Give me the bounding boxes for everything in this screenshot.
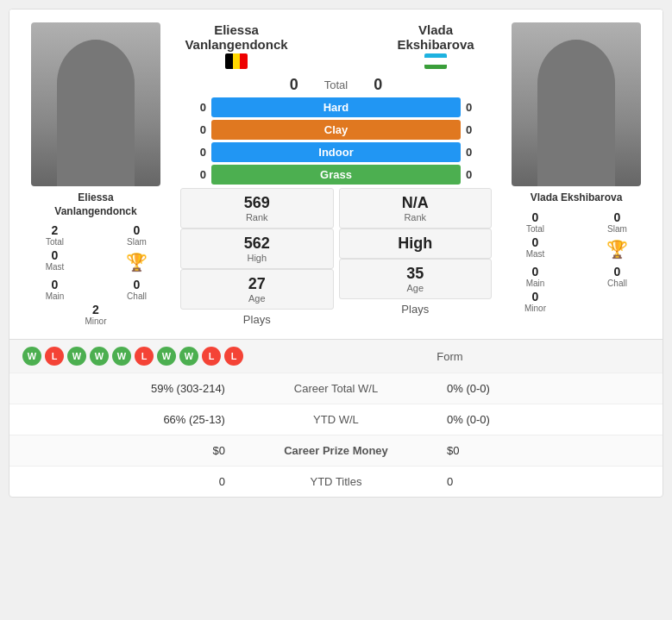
surface-row-indoor: 0 Indoor 0 — [180, 142, 492, 162]
belgium-flag — [225, 53, 248, 69]
form-badge-l1: L — [45, 347, 64, 366]
surface-row-grass: 0 Grass 0 — [180, 165, 492, 185]
career-stats-table: 59% (303-214) Career Total W/L 0% (0-0) … — [9, 373, 663, 497]
left-stat-mast: 0 Mast — [18, 248, 91, 276]
career-total-right: 0% (0-0) — [434, 373, 663, 404]
surface-scores: 0 Hard 0 0 Clay 0 0 Indoor 0 0 Grass — [180, 97, 492, 185]
left-stat-minor: 2 Minor — [18, 303, 173, 326]
total-label: Total — [324, 78, 348, 91]
left-stat-slam: 0 Slam — [100, 223, 173, 247]
ytd-titles-left: 0 — [9, 467, 238, 498]
right-flag — [380, 53, 492, 69]
surface-row-clay: 0 Clay 0 — [180, 120, 492, 140]
center-column: Eliessa Vanlangendonck Vlada Ekshibarova — [180, 22, 492, 326]
right-stat-main: 0 Main — [499, 265, 572, 288]
right-stat-chall: 0 Chall — [581, 265, 654, 288]
surface-row-hard: 0 Hard 0 — [180, 97, 492, 117]
right-stat-minor: 0 Minor — [499, 290, 572, 313]
right-stat-mast: 0 Mast — [499, 235, 572, 263]
main-card: Eliessa Vanlangendonck 2 Total 0 Slam 0 … — [9, 9, 663, 498]
career-total-left: 59% (303-214) — [9, 373, 238, 404]
form-badge-w3: W — [90, 347, 109, 366]
total-score-right: 0 — [374, 76, 382, 94]
clay-btn[interactable]: Clay — [211, 120, 461, 140]
left-silhouette-body — [57, 40, 135, 186]
right-player-panel: Vlada Ekshibarova 0 Total 0 Slam 0 Mast … — [499, 22, 654, 326]
form-badge-w1: W — [22, 347, 41, 366]
left-player-name: Eliessa Vanlangendonck — [54, 191, 136, 218]
career-prize-left: $0 — [9, 435, 238, 467]
ytd-wl-row: 66% (25-13) YTD W/L 0% (0-0) — [9, 404, 663, 435]
form-badge-w5: W — [157, 347, 176, 366]
right-stats-grid: 0 Total 0 Slam 0 Mast 🏆 0 Main — [499, 210, 654, 313]
form-badge-w2: W — [67, 347, 86, 366]
career-prize-row: $0 Career Prize Money $0 — [9, 435, 663, 467]
form-badge-l3: L — [202, 347, 221, 366]
ytd-wl-label: YTD W/L — [238, 404, 434, 435]
total-score-left: 0 — [290, 76, 298, 94]
ytd-titles-row: 0 YTD Titles 0 — [9, 467, 663, 498]
right-stat-slam: 0 Slam — [581, 210, 654, 234]
left-trophy-icon: 🏆 — [100, 248, 173, 276]
form-badge-l4: L — [224, 347, 243, 366]
right-player-name: Vlada Ekshibarova — [531, 191, 623, 205]
right-player-name-top: Vlada Ekshibarova — [380, 22, 492, 52]
right-plays: Plays — [339, 303, 493, 316]
ytd-wl-left: 66% (25-13) — [9, 404, 238, 435]
right-trophy-icon: 🏆 — [581, 235, 654, 263]
indoor-btn[interactable]: Indoor — [211, 142, 461, 162]
hard-btn[interactable]: Hard — [211, 97, 461, 117]
career-prize-right: $0 — [434, 435, 663, 467]
left-player-photo — [31, 22, 160, 186]
top-section: Eliessa Vanlangendonck 2 Total 0 Slam 0 … — [9, 9, 663, 339]
right-rank-box: N/A Rank — [339, 188, 493, 229]
left-player-name-top: Eliessa Vanlangendonck — [180, 22, 292, 52]
career-prize-label: Career Prize Money — [238, 435, 434, 467]
right-center-stats: N/A Rank High 35 Age Plays — [339, 188, 493, 326]
left-stat-total: 2 Total — [18, 223, 91, 247]
ytd-wl-right: 0% (0-0) — [434, 404, 663, 435]
left-high-box: 562 High — [180, 229, 334, 269]
left-stat-chall: 0 Chall — [100, 278, 173, 301]
left-flag — [180, 53, 292, 69]
left-plays: Plays — [180, 313, 334, 326]
left-stat-main: 0 Main — [18, 278, 91, 301]
ytd-titles-right: 0 — [434, 467, 663, 498]
uzbekistan-flag — [424, 53, 447, 69]
right-silhouette-body — [537, 40, 615, 186]
grass-btn[interactable]: Grass — [211, 165, 461, 185]
left-player-panel: Eliessa Vanlangendonck 2 Total 0 Slam 0 … — [18, 22, 173, 326]
form-badge-w4: W — [112, 347, 131, 366]
right-high-box: High — [339, 229, 493, 259]
career-total-label: Career Total W/L — [238, 373, 434, 404]
form-badge-l2: L — [135, 347, 154, 366]
right-age-box: 35 Age — [339, 259, 493, 299]
form-label: Form — [250, 350, 650, 363]
total-row: 0 Total 0 — [180, 76, 492, 94]
ytd-titles-label: YTD Titles — [238, 467, 434, 498]
form-badge-w6: W — [179, 347, 198, 366]
right-player-photo — [512, 22, 641, 186]
form-badges: W L W W W L W W L L — [22, 347, 243, 366]
career-total-row: 59% (303-214) Career Total W/L 0% (0-0) — [9, 373, 663, 404]
right-stat-total: 0 Total — [499, 210, 572, 234]
left-age-box: 27 Age — [180, 269, 334, 310]
left-rank-box: 569 Rank — [180, 188, 334, 229]
form-section: W L W W W L W W L L Form — [9, 339, 663, 373]
left-stats-grid: 2 Total 0 Slam 0 Mast 🏆 0 Main — [18, 223, 173, 326]
left-center-stats: 569 Rank 562 High 27 Age Plays — [180, 188, 334, 326]
